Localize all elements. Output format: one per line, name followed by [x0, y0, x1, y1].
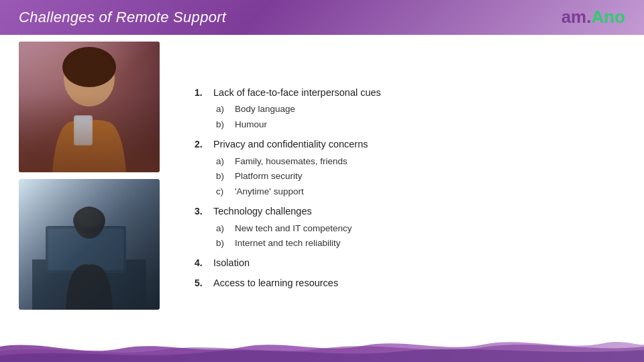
svg-point-13 [73, 207, 105, 234]
sub-list-item: a)New tech and IT competency [216, 221, 631, 237]
page-title: Challenges of Remote Support [19, 9, 226, 26]
svg-point-11 [74, 206, 104, 239]
sub-list-item: c)'Anytime' support [216, 184, 631, 200]
svg-rect-10 [48, 229, 123, 270]
sub-list-item: b)Platform security [216, 169, 631, 184]
svg-rect-6 [75, 117, 91, 144]
sub-list-item: a)Family, housemates, friends [216, 154, 631, 170]
svg-rect-7 [19, 179, 160, 310]
image-woman-phone [19, 42, 160, 172]
logo-ano: Ano [591, 7, 625, 27]
content-area: 1.Lack of face-to-face interpersonal cue… [181, 48, 631, 332]
bottom-wave-decoration [0, 337, 644, 362]
svg-rect-9 [46, 226, 126, 273]
list-item: 4.Isolation [195, 255, 631, 271]
logo-am: am [561, 7, 587, 27]
list-item: 2.Privacy and confidentiality concernsa)… [195, 137, 631, 200]
sub-list-item: b)Humour [216, 117, 631, 133]
list-item: 1.Lack of face-to-face interpersonal cue… [195, 85, 631, 133]
image-woman-computer [19, 179, 160, 310]
svg-point-12 [77, 208, 101, 227]
logo: am.Ano [561, 7, 625, 27]
svg-rect-8 [32, 259, 146, 310]
sub-list-item: a)Body language [216, 102, 631, 117]
list-item: 5.Access to learning resources [195, 276, 631, 291]
list-item: 3.Technology challengesa)New tech and IT… [195, 204, 631, 251]
sub-list-item: b)Internet and tech reliability [216, 236, 631, 251]
images-column [19, 42, 160, 310]
header-bar: Challenges of Remote Support [0, 0, 644, 35]
svg-point-4 [62, 47, 116, 87]
svg-rect-5 [74, 115, 93, 145]
